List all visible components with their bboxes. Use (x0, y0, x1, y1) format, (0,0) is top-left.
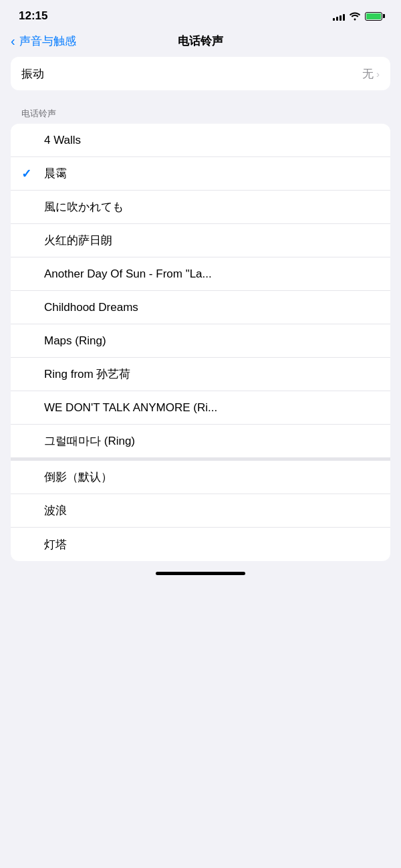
ringtone-name-0: 4 Walls (43, 134, 81, 147)
ringtone-item-9[interactable]: ✓ 그럴때마다 (Ring) (11, 425, 390, 458)
ringtone-item-1[interactable]: ✓ 晨霭 (11, 157, 390, 191)
vibration-value-container: 无 › (362, 66, 380, 82)
status-icons (333, 11, 382, 21)
ringtone-item-4[interactable]: ✓ Another Day Of Sun - From "La... (11, 257, 390, 291)
ringtone-item-8[interactable]: ✓ WE DON'T TALK ANYMORE (Ri... (11, 391, 390, 425)
signal-icon (333, 11, 345, 21)
main-content: 振动 无 › 电话铃声 ✓ 4 Walls ✓ 晨霭 ✓ 風に吹かれても ✓ 火… (0, 57, 401, 561)
status-bar: 12:15 (0, 0, 401, 28)
ringtone-name-6: Maps (Ring) (43, 334, 106, 348)
battery-icon (365, 12, 382, 21)
back-chevron-icon: ‹ (11, 33, 15, 49)
nav-back-label: 声音与触感 (19, 33, 76, 49)
ringtone-name-2: 風に吹かれても (43, 199, 124, 215)
vibration-group: 振动 无 › (11, 57, 390, 90)
ringtone-item-10[interactable]: ✓ 倒影（默认） (11, 458, 390, 494)
ringtone-item-6[interactable]: ✓ Maps (Ring) (11, 324, 390, 358)
status-time: 12:15 (19, 9, 47, 23)
ringtone-name-1: 晨霭 (43, 166, 67, 181)
ringtone-name-11: 波浪 (43, 503, 67, 518)
vibration-row[interactable]: 振动 无 › (11, 57, 390, 90)
ringtone-item-12[interactable]: ✓ 灯塔 (11, 528, 390, 561)
ringtone-name-8: WE DON'T TALK ANYMORE (Ri... (43, 401, 217, 415)
home-indicator (0, 561, 401, 579)
nav-back-button[interactable]: ‹ 声音与触感 (11, 33, 76, 49)
ringtone-name-3: 火红的萨日朗 (43, 233, 112, 248)
ringtone-item-7[interactable]: ✓ Ring from 孙艺荷 (11, 358, 390, 391)
ringtone-name-4: Another Day Of Sun - From "La... (43, 267, 212, 281)
nav-title: 电话铃声 (178, 33, 223, 49)
wifi-icon (349, 11, 361, 21)
ringtone-name-7: Ring from 孙艺荷 (43, 366, 130, 382)
vibration-value: 无 (362, 66, 374, 82)
ringtone-name-10: 倒影（默认） (43, 469, 112, 485)
section-header: 电话铃声 (11, 104, 390, 124)
chevron-right-icon: › (376, 68, 380, 80)
ringtone-name-5: Childhood Dreams (43, 301, 138, 314)
home-bar (156, 572, 245, 575)
ringtone-item-0[interactable]: ✓ 4 Walls (11, 124, 390, 157)
ringtone-item-11[interactable]: ✓ 波浪 (11, 494, 390, 528)
ringtone-item-5[interactable]: ✓ Childhood Dreams (11, 291, 390, 324)
vibration-label: 振动 (21, 66, 44, 82)
ringtone-name-12: 灯塔 (43, 537, 67, 552)
ringtone-name-9: 그럴때마다 (Ring) (43, 433, 135, 449)
nav-bar: ‹ 声音与触感 电话铃声 (0, 28, 401, 57)
check-icon-1: ✓ (21, 167, 35, 181)
ringtone-list: ✓ 4 Walls ✓ 晨霭 ✓ 風に吹かれても ✓ 火红的萨日朗 ✓ Anot… (11, 124, 390, 561)
ringtone-item-2[interactable]: ✓ 風に吹かれても (11, 191, 390, 224)
ringtone-item-3[interactable]: ✓ 火红的萨日朗 (11, 224, 390, 257)
